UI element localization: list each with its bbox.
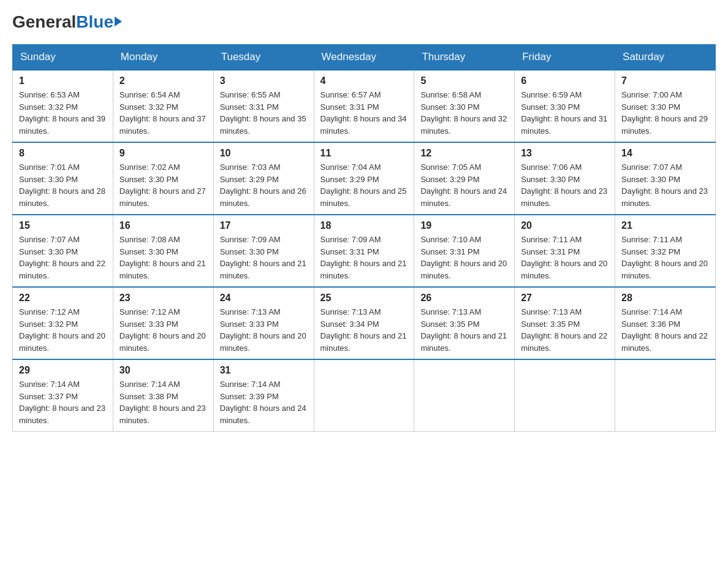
- day-number: 21: [621, 220, 709, 231]
- sunset-label: Sunset: 3:34 PM: [320, 320, 379, 329]
- day-number: 10: [220, 148, 308, 159]
- day-info: Sunrise: 7:06 AM Sunset: 3:30 PM Dayligh…: [521, 161, 609, 209]
- sunset-label: Sunset: 3:30 PM: [621, 175, 680, 184]
- page-header: General Blue: [12, 12, 716, 32]
- daylight-label: Daylight: 8 hours and 39 minutes.: [19, 114, 105, 136]
- day-number: 11: [320, 148, 408, 159]
- sunset-label: Sunset: 3:38 PM: [119, 392, 178, 401]
- day-info: Sunrise: 7:12 AM Sunset: 3:32 PM Dayligh…: [19, 306, 107, 354]
- calendar-cell: 19 Sunrise: 7:10 AM Sunset: 3:31 PM Dayl…: [414, 215, 515, 287]
- day-info: Sunrise: 7:03 AM Sunset: 3:29 PM Dayligh…: [220, 161, 308, 209]
- calendar-cell: 8 Sunrise: 7:01 AM Sunset: 3:30 PM Dayli…: [13, 142, 113, 215]
- calendar-cell: 2 Sunrise: 6:54 AM Sunset: 3:32 PM Dayli…: [113, 70, 213, 142]
- calendar-week-row: 1 Sunrise: 6:53 AM Sunset: 3:32 PM Dayli…: [13, 70, 716, 142]
- sunset-label: Sunset: 3:31 PM: [420, 247, 479, 256]
- calendar-cell: 30 Sunrise: 7:14 AM Sunset: 3:38 PM Dayl…: [113, 359, 213, 432]
- calendar-cell: 23 Sunrise: 7:12 AM Sunset: 3:33 PM Dayl…: [113, 287, 213, 359]
- calendar-header-row: SundayMondayTuesdayWednesdayThursdayFrid…: [13, 45, 716, 71]
- day-number: 30: [119, 365, 207, 376]
- daylight-label: Daylight: 8 hours and 20 minutes.: [621, 259, 708, 280]
- logo: General Blue: [12, 12, 122, 32]
- daylight-label: Daylight: 8 hours and 27 minutes.: [119, 186, 206, 208]
- day-info: Sunrise: 6:54 AM Sunset: 3:32 PM Dayligh…: [119, 89, 207, 137]
- sunrise-label: Sunrise: 7:08 AM: [119, 235, 180, 244]
- logo-blue-part: Blue: [76, 12, 122, 32]
- sunrise-label: Sunrise: 7:14 AM: [119, 380, 180, 389]
- day-info: Sunrise: 6:57 AM Sunset: 3:31 PM Dayligh…: [320, 89, 408, 137]
- sunrise-label: Sunrise: 7:03 AM: [220, 163, 281, 172]
- daylight-label: Daylight: 8 hours and 21 minutes.: [220, 259, 306, 280]
- day-info: Sunrise: 7:01 AM Sunset: 3:30 PM Dayligh…: [19, 161, 107, 209]
- sunrise-label: Sunrise: 6:54 AM: [119, 90, 180, 99]
- daylight-label: Daylight: 8 hours and 32 minutes.: [420, 114, 507, 136]
- day-number: 4: [320, 75, 408, 86]
- day-number: 22: [19, 293, 107, 304]
- day-info: Sunrise: 7:11 AM Sunset: 3:31 PM Dayligh…: [521, 234, 609, 282]
- sunset-label: Sunset: 3:32 PM: [19, 102, 78, 112]
- daylight-label: Daylight: 8 hours and 22 minutes.: [621, 331, 708, 353]
- logo-triangle-icon: [115, 17, 122, 26]
- day-info: Sunrise: 6:55 AM Sunset: 3:31 PM Dayligh…: [220, 89, 308, 137]
- calendar-cell: 27 Sunrise: 7:13 AM Sunset: 3:35 PM Dayl…: [515, 287, 615, 359]
- sunset-label: Sunset: 3:31 PM: [320, 102, 379, 112]
- day-info: Sunrise: 7:04 AM Sunset: 3:29 PM Dayligh…: [320, 161, 408, 209]
- daylight-label: Daylight: 8 hours and 21 minutes.: [320, 331, 407, 353]
- sunset-label: Sunset: 3:33 PM: [220, 320, 279, 329]
- day-number: 23: [119, 293, 207, 304]
- daylight-label: Daylight: 8 hours and 22 minutes.: [521, 331, 607, 353]
- calendar-cell: 7 Sunrise: 7:00 AM Sunset: 3:30 PM Dayli…: [615, 70, 716, 142]
- sunset-label: Sunset: 3:33 PM: [119, 320, 178, 329]
- sunrise-label: Sunrise: 7:12 AM: [119, 307, 180, 316]
- sunrise-label: Sunrise: 7:11 AM: [621, 235, 682, 244]
- daylight-label: Daylight: 8 hours and 24 minutes.: [220, 404, 306, 425]
- day-number: 12: [420, 148, 508, 159]
- daylight-label: Daylight: 8 hours and 20 minutes.: [220, 331, 306, 353]
- day-number: 25: [320, 293, 408, 304]
- day-number: 20: [521, 220, 609, 231]
- sunrise-label: Sunrise: 6:57 AM: [320, 90, 381, 99]
- sunrise-label: Sunrise: 7:01 AM: [19, 163, 80, 172]
- column-header-tuesday: Tuesday: [213, 45, 314, 71]
- day-number: 14: [621, 148, 709, 159]
- day-info: Sunrise: 7:12 AM Sunset: 3:33 PM Dayligh…: [119, 306, 207, 354]
- daylight-label: Daylight: 8 hours and 21 minutes.: [119, 259, 206, 280]
- calendar-cell: 29 Sunrise: 7:14 AM Sunset: 3:37 PM Dayl…: [13, 359, 113, 432]
- daylight-label: Daylight: 8 hours and 25 minutes.: [320, 186, 407, 208]
- calendar-week-row: 8 Sunrise: 7:01 AM Sunset: 3:30 PM Dayli…: [13, 142, 716, 215]
- logo-blue-text: Blue: [76, 12, 113, 32]
- calendar-week-row: 29 Sunrise: 7:14 AM Sunset: 3:37 PM Dayl…: [13, 359, 716, 432]
- daylight-label: Daylight: 8 hours and 35 minutes.: [220, 114, 306, 136]
- column-header-friday: Friday: [515, 45, 615, 71]
- sunset-label: Sunset: 3:31 PM: [220, 102, 279, 112]
- day-number: 1: [19, 75, 107, 86]
- daylight-label: Daylight: 8 hours and 34 minutes.: [320, 114, 407, 136]
- sunrise-label: Sunrise: 7:14 AM: [19, 380, 80, 389]
- calendar-cell: 11 Sunrise: 7:04 AM Sunset: 3:29 PM Dayl…: [314, 142, 414, 215]
- day-number: 27: [521, 293, 609, 304]
- calendar-cell: 21 Sunrise: 7:11 AM Sunset: 3:32 PM Dayl…: [615, 215, 716, 287]
- calendar-cell: 25 Sunrise: 7:13 AM Sunset: 3:34 PM Dayl…: [314, 287, 414, 359]
- sunrise-label: Sunrise: 7:00 AM: [621, 90, 682, 99]
- sunrise-label: Sunrise: 7:13 AM: [220, 307, 281, 316]
- day-info: Sunrise: 7:13 AM Sunset: 3:35 PM Dayligh…: [420, 306, 508, 354]
- daylight-label: Daylight: 8 hours and 37 minutes.: [119, 114, 206, 136]
- day-number: 26: [420, 293, 508, 304]
- calendar-cell: 10 Sunrise: 7:03 AM Sunset: 3:29 PM Dayl…: [213, 142, 314, 215]
- column-header-sunday: Sunday: [13, 45, 113, 71]
- daylight-label: Daylight: 8 hours and 26 minutes.: [220, 186, 306, 208]
- sunset-label: Sunset: 3:35 PM: [521, 320, 580, 329]
- sunset-label: Sunset: 3:30 PM: [621, 102, 680, 112]
- day-info: Sunrise: 7:14 AM Sunset: 3:37 PM Dayligh…: [19, 378, 107, 426]
- daylight-label: Daylight: 8 hours and 22 minutes.: [19, 259, 105, 280]
- day-info: Sunrise: 7:11 AM Sunset: 3:32 PM Dayligh…: [621, 234, 709, 282]
- day-info: Sunrise: 6:59 AM Sunset: 3:30 PM Dayligh…: [521, 89, 609, 137]
- calendar-cell: [515, 359, 615, 432]
- sunrise-label: Sunrise: 7:05 AM: [420, 163, 481, 172]
- day-number: 24: [220, 293, 308, 304]
- calendar-cell: 1 Sunrise: 6:53 AM Sunset: 3:32 PM Dayli…: [13, 70, 113, 142]
- daylight-label: Daylight: 8 hours and 20 minutes.: [19, 331, 105, 353]
- day-number: 6: [521, 75, 609, 86]
- sunset-label: Sunset: 3:30 PM: [119, 247, 178, 256]
- day-number: 31: [220, 365, 308, 376]
- sunrise-label: Sunrise: 7:12 AM: [19, 307, 80, 316]
